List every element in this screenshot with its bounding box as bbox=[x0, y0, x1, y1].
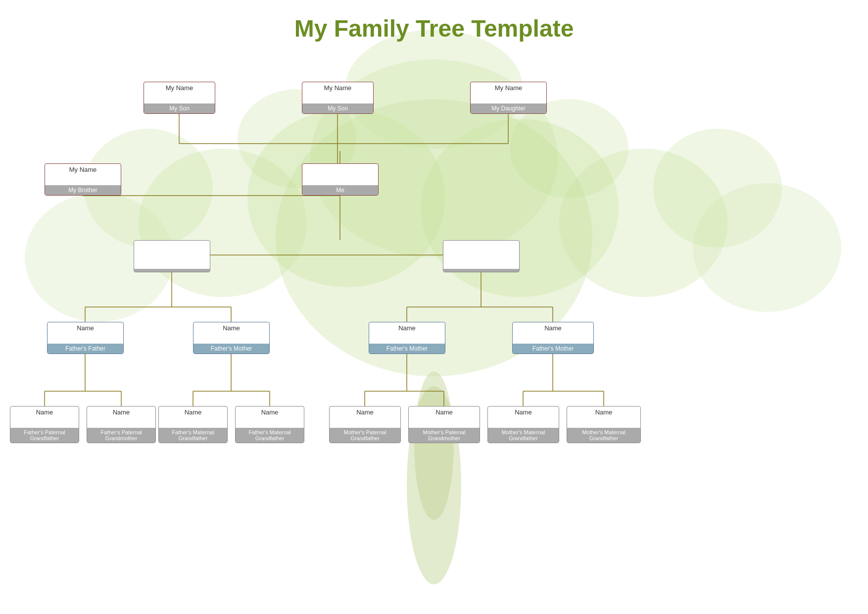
ggp8-name: Name bbox=[567, 407, 640, 417]
mm-name: Name bbox=[513, 322, 593, 333]
fm-name: Name bbox=[193, 322, 269, 333]
brother-role: My Brother bbox=[45, 185, 121, 195]
ggp1-role: Father's Paternal Grandfather bbox=[10, 428, 79, 443]
mf-name: Name bbox=[369, 322, 445, 333]
son2-box[interactable]: My Name My Son bbox=[302, 82, 374, 114]
daughter-role: My Daughter bbox=[471, 103, 546, 113]
me-role: Me bbox=[302, 185, 378, 195]
father-role bbox=[134, 269, 210, 272]
father-box[interactable] bbox=[134, 240, 210, 272]
ggp5-name: Name bbox=[330, 407, 400, 417]
ggp6-name: Name bbox=[409, 407, 480, 417]
ggp5-box[interactable]: Name Mother's Paternal Grandfather bbox=[329, 406, 401, 443]
ggp4-box[interactable]: Name Father's Maternal Grandfather bbox=[235, 406, 304, 443]
ggp7-box[interactable]: Name Mother's Maternal Grandfather bbox=[487, 406, 559, 443]
son2-name: My Name bbox=[302, 82, 373, 93]
mm-role: Father's Mother bbox=[513, 344, 593, 354]
page-title: My Family Tree Template bbox=[0, 0, 868, 42]
ggp6-box[interactable]: Name Mother's Paternal Grandmother bbox=[408, 406, 480, 443]
ggp2-box[interactable]: Name Father's Paternal Grandmother bbox=[87, 406, 156, 443]
ggp6-role: Mother's Paternal Grandmother bbox=[409, 428, 480, 443]
ggp1-name: Name bbox=[10, 407, 79, 417]
ggp2-name: Name bbox=[87, 407, 155, 417]
ff-name: Name bbox=[48, 322, 123, 333]
ggp3-role: Father's Maternal Grandfather bbox=[159, 428, 227, 443]
me-box[interactable]: Me bbox=[302, 163, 379, 196]
mother-role bbox=[443, 269, 519, 272]
ggp3-box[interactable]: Name Father's Maternal Grandfather bbox=[158, 406, 228, 443]
brother-name: My Name bbox=[45, 164, 121, 174]
ggp8-box[interactable]: Name Mother's Maternal Grandfather bbox=[567, 406, 641, 443]
son1-box[interactable]: My Name My Son bbox=[144, 82, 215, 114]
daughter-box[interactable]: My Name My Daughter bbox=[470, 82, 547, 114]
son2-role: My Son bbox=[302, 103, 373, 113]
son1-name: My Name bbox=[144, 82, 215, 93]
ff-role: Father's Father bbox=[48, 344, 123, 354]
ggp7-name: Name bbox=[488, 407, 559, 417]
ggp3-name: Name bbox=[159, 407, 227, 417]
ggp8-role: Mother's Maternal Grandfather bbox=[567, 428, 640, 443]
ggp5-role: Mother's Paternal Grandfather bbox=[330, 428, 400, 443]
mother-name bbox=[443, 241, 519, 244]
ggp7-role: Mother's Maternal Grandfather bbox=[488, 428, 559, 443]
ggp1-box[interactable]: Name Father's Paternal Grandfather bbox=[10, 406, 79, 443]
fm-role: Father's Mother bbox=[193, 344, 269, 354]
fm-box[interactable]: Name Father's Mother bbox=[193, 322, 270, 354]
mf-box[interactable]: Name Father's Mother bbox=[369, 322, 445, 354]
son1-role: My Son bbox=[144, 103, 215, 113]
ggp2-role: Father's Paternal Grandmother bbox=[87, 428, 155, 443]
me-name bbox=[302, 164, 378, 167]
brother-box[interactable]: My Name My Brother bbox=[45, 163, 121, 196]
ggp4-role: Father's Maternal Grandfather bbox=[236, 428, 304, 443]
daughter-name: My Name bbox=[471, 82, 546, 93]
father-name bbox=[134, 241, 210, 244]
mm-box[interactable]: Name Father's Mother bbox=[512, 322, 594, 354]
ggp4-name: Name bbox=[236, 407, 304, 417]
mother-box[interactable] bbox=[443, 240, 520, 272]
ff-box[interactable]: Name Father's Father bbox=[47, 322, 124, 354]
mf-role: Father's Mother bbox=[369, 344, 445, 354]
